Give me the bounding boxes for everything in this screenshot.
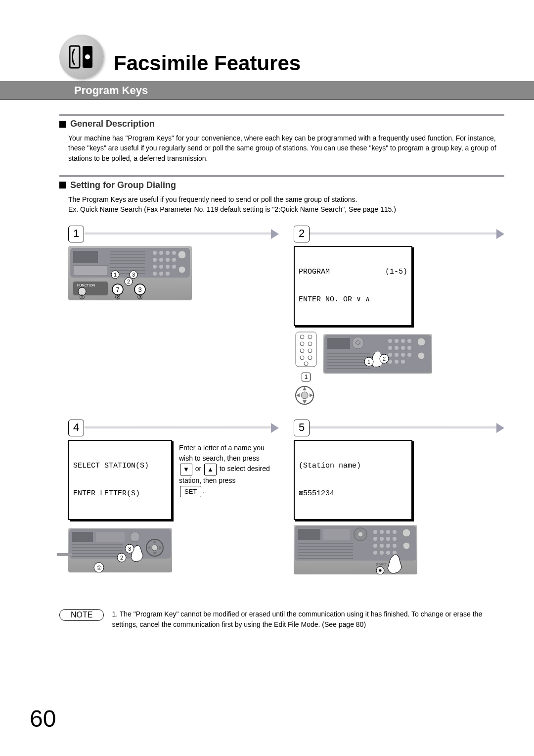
svg-point-102 [152,545,158,551]
svg-point-135 [393,537,397,541]
set-key: SET [180,486,201,498]
svg-marker-91 [310,393,313,397]
svg-point-24 [166,265,170,269]
step-2: 2 PROGRAM(1-5) ENTER NO. OR ∨ ∧ [294,226,504,406]
svg-point-20 [166,258,170,262]
svg-point-76 [407,353,411,357]
general-description-text: Your machine has "Program Keys" for your… [68,133,504,163]
svg-point-28 [166,272,170,276]
svg-point-2 [85,54,90,59]
chapter-header: Facsimile Features [59,35,504,79]
svg-point-65 [388,339,392,343]
svg-point-53 [300,356,304,360]
svg-point-138 [386,544,390,548]
svg-point-70 [395,346,399,350]
svg-point-18 [153,258,157,262]
lcd-display-step5: (Station name) ☎5551234 [294,440,412,520]
svg-point-128 [373,530,377,534]
svg-point-130 [386,530,390,534]
svg-point-27 [159,272,163,276]
svg-text:②: ② [115,293,121,300]
svg-point-22 [153,265,157,269]
svg-text:1: 1 [367,359,370,365]
step4-instructions: Enter a letter of a name you wish to sea… [179,443,275,497]
marker-1: ① [79,293,85,300]
svg-point-117 [358,532,363,537]
svg-rect-57 [327,338,350,349]
svg-point-139 [393,544,397,548]
svg-point-148 [379,569,382,572]
svg-point-145 [403,542,410,549]
control-panel-illustration: START [294,525,417,574]
svg-rect-114 [298,529,320,540]
svg-point-49 [300,342,304,346]
svg-point-74 [395,353,399,357]
svg-point-131 [393,530,397,534]
svg-point-47 [300,335,304,339]
svg-point-77 [388,360,392,364]
step-number-5: 5 [294,420,310,436]
svg-point-137 [380,544,384,548]
step-number-4: 4 [68,420,84,436]
callout-1: 1 [302,373,311,381]
svg-point-78 [395,360,399,364]
svg-text:3: 3 [132,272,135,278]
svg-point-87 [301,392,308,399]
svg-rect-93 [72,532,93,542]
svg-point-134 [386,537,390,541]
svg-point-69 [388,346,392,350]
svg-point-144 [402,529,410,537]
svg-marker-90 [296,393,300,397]
section-general-description: General Description [59,119,504,129]
svg-text:2: 2 [120,555,123,561]
control-panel-illustration: 1 2 [323,334,432,374]
svg-text:FUNCTION: FUNCTION [77,284,95,287]
svg-point-14 [153,251,157,255]
svg-point-73 [388,353,392,357]
svg-point-17 [172,251,176,255]
note-section-stub [57,553,72,556]
svg-point-50 [308,342,312,346]
control-panel-illustration: 3 2 ① [68,528,172,572]
svg-point-72 [407,346,411,350]
svg-point-19 [159,258,163,262]
svg-point-80 [417,338,425,346]
svg-point-67 [401,339,405,343]
svg-point-26 [153,272,157,276]
svg-point-132 [373,537,377,541]
note-label: NOTE [59,609,104,621]
setting-group-dialing-text: The Program Keys are useful if you frequ… [68,194,504,215]
chapter-title: Facsimile Features [114,51,301,75]
svg-point-21 [172,258,176,262]
step-4: 4 SELECT STATION(S) ENTER LETTER(S) [68,420,279,574]
svg-point-95 [130,532,140,542]
svg-point-51 [300,349,304,353]
svg-text:2: 2 [127,279,130,284]
page-number: 60 [30,705,56,732]
svg-point-23 [159,265,163,269]
lcd-display-step4: SELECT STATION(S) ENTER LETTER(S) [68,440,172,520]
svg-point-52 [308,349,312,353]
svg-rect-4 [73,251,98,263]
svg-rect-5 [73,266,108,276]
svg-point-71 [401,346,405,350]
svg-text:1: 1 [114,272,117,278]
svg-point-81 [418,352,425,359]
keypad-column-icon [294,331,318,371]
lcd-display-step2: PROGRAM(1-5) ENTER NO. OR ∨ ∧ [294,246,412,326]
svg-point-79 [401,360,405,364]
svg-point-129 [380,530,384,534]
svg-text:2: 2 [383,356,386,362]
svg-marker-89 [303,400,307,404]
svg-point-15 [159,251,163,255]
down-key-icon: ▼ [180,464,192,475]
note-text: 1. The "Program Key" cannot be modified … [112,609,504,630]
chapter-icon [59,35,104,79]
control-panel-illustration: 1 3 FUNCTION 7 3 ① ② ③ 2 [68,246,192,300]
nav-dial-icon [294,384,315,406]
svg-point-141 [380,551,384,555]
up-key-icon: ▲ [204,464,217,475]
svg-point-68 [407,339,411,343]
page-subtitle: Program Keys [0,81,534,100]
svg-rect-115 [323,529,350,540]
